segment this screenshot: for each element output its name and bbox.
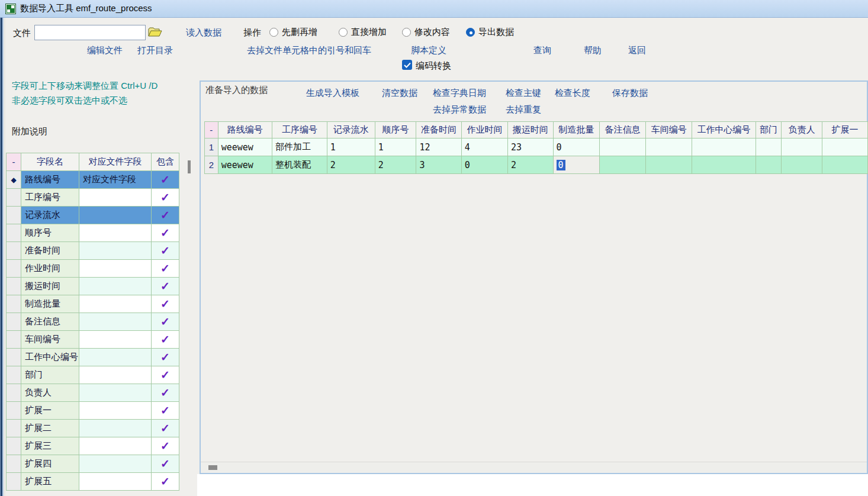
data-row[interactable]: 2 weewew 整机装配 2 2 3 0 2 0	[205, 156, 868, 174]
data-cell[interactable]: 0	[461, 156, 507, 174]
field-row[interactable]: 车间编号 ✓	[7, 331, 179, 349]
field-row[interactable]: 备注信息 ✓	[7, 313, 179, 331]
include-check-icon: ✓	[160, 191, 170, 204]
field-row[interactable]: 作业时间 ✓	[7, 260, 179, 278]
row-number-cell[interactable]: 1	[205, 139, 218, 156]
remove-abnormal-button[interactable]: 去掉异常数据	[433, 104, 486, 115]
data-cell[interactable]: 2	[508, 156, 553, 174]
include-check-icon: ✓	[160, 227, 170, 239]
current-row-marker-icon: ◆	[7, 171, 21, 189]
data-cell[interactable]: 1	[327, 139, 375, 156]
additional-note-label: 附加说明	[12, 126, 47, 137]
field-row[interactable]: 记录流水 ✓	[7, 207, 179, 224]
fields-table-header-row: - 字段名 对应文件字段 包含	[7, 153, 179, 171]
fields-header-name: 字段名	[21, 153, 79, 171]
include-check-icon: ✓	[160, 440, 170, 452]
read-data-button[interactable]: 读入数据	[186, 27, 221, 38]
import-table-hscrollbar[interactable]	[201, 462, 867, 472]
file-path-input[interactable]	[34, 25, 146, 40]
file-label: 文件	[13, 28, 31, 39]
field-row[interactable]: 工作中心编号 ✓	[7, 349, 179, 366]
remove-duplicate-button[interactable]: 去掉重复	[506, 104, 541, 115]
data-cell[interactable]	[646, 139, 692, 156]
strip-quotes-button[interactable]: 去掉文件单元格中的引号和回车	[247, 45, 371, 56]
encoding-checkbox[interactable]	[402, 60, 412, 70]
field-row[interactable]: 扩展二 ✓	[7, 420, 179, 437]
fields-table-scrollbar-thumb[interactable]	[188, 160, 191, 173]
data-cell[interactable]: 部件加工	[272, 139, 327, 156]
generate-template-button[interactable]: 生成导入模板	[306, 88, 359, 99]
include-check-icon: ✓	[160, 333, 170, 346]
hint-optional-fields: 非必选字段可双击选中或不选	[12, 95, 127, 107]
field-row[interactable]: 扩展三 ✓	[7, 437, 179, 455]
include-check-icon: ✓	[160, 298, 170, 310]
data-cell[interactable]: 2	[327, 156, 375, 174]
window-left-border	[0, 18, 5, 496]
data-cell[interactable]: 4	[461, 139, 507, 156]
radio-delete-then-add[interactable]: 先删再增	[269, 27, 317, 38]
data-cell[interactable]: 23	[508, 139, 553, 156]
data-cell[interactable]: 12	[416, 139, 461, 156]
data-cell[interactable]	[782, 139, 822, 156]
data-cell[interactable]	[756, 139, 782, 156]
include-check-icon: ✓	[160, 280, 170, 292]
data-cell[interactable]: weewew	[218, 139, 272, 156]
app-window: 数据导入工具 emf_route_process 文件 读入数据 操作 先删再增…	[0, 0, 868, 496]
edit-file-button[interactable]: 编辑文件	[87, 45, 123, 56]
clear-data-button[interactable]: 清空数据	[382, 88, 417, 99]
data-cell[interactable]: 0	[553, 139, 599, 156]
import-table-hscrollbar-thumb[interactable]	[208, 465, 217, 470]
data-cell[interactable]	[646, 156, 692, 174]
data-cell[interactable]	[756, 156, 782, 174]
field-row[interactable]: 搬运时间 ✓	[7, 278, 179, 295]
fields-table: - 字段名 对应文件字段 包含 ◆ 路线编号 对应文件字段 ✓ 工序编号 ✓ 记…	[6, 153, 179, 491]
back-button[interactable]: 返回	[628, 45, 646, 56]
hint-move-fields: 字段可上下移动来调整位置 Ctrl+U /D	[12, 80, 157, 92]
field-row[interactable]: 扩展一 ✓	[7, 402, 179, 420]
check-dict-date-button[interactable]: 检查字典日期	[433, 88, 486, 99]
save-data-button[interactable]: 保存数据	[612, 88, 648, 99]
radio-export-data[interactable]: 导出数据	[466, 27, 514, 38]
check-primary-key-button[interactable]: 检查主键	[506, 88, 541, 99]
data-cell[interactable]	[692, 139, 756, 156]
field-row[interactable]: 制造批量 ✓	[7, 295, 179, 313]
data-cell[interactable]	[599, 139, 645, 156]
data-cell[interactable]	[599, 156, 645, 174]
data-cell[interactable]: weewew	[218, 156, 272, 174]
import-table: - 路线编号 工序编号 记录流水 顺序号 准备时间 作业时间 搬运时间 制造批量…	[204, 121, 868, 174]
data-cell[interactable]: 2	[375, 156, 416, 174]
field-row[interactable]: ◆ 路线编号 对应文件字段 ✓	[7, 171, 179, 189]
field-row[interactable]: 工序编号 ✓	[7, 189, 179, 207]
field-row[interactable]: 部门 ✓	[7, 366, 179, 384]
radio-direct-add[interactable]: 直接增加	[339, 27, 387, 38]
fields-header-include: 包含	[152, 153, 179, 171]
selected-cell-text: 0	[557, 160, 565, 170]
script-define-button[interactable]: 脚本定义	[411, 45, 446, 56]
help-button[interactable]: 帮助	[584, 45, 602, 56]
open-directory-button[interactable]: 打开目录	[137, 45, 173, 56]
query-button[interactable]: 查询	[533, 45, 551, 56]
data-cell[interactable]: 整机装配	[272, 156, 327, 174]
include-check-icon: ✓	[160, 404, 170, 417]
open-folder-button[interactable]	[148, 26, 162, 40]
data-cell[interactable]	[822, 156, 868, 174]
data-cell[interactable]	[782, 156, 822, 174]
field-row[interactable]: 扩展四 ✓	[7, 455, 179, 473]
check-length-button[interactable]: 检查长度	[555, 88, 590, 99]
field-row[interactable]: 扩展五 ✓	[7, 473, 179, 491]
field-row[interactable]: 顺序号 ✓	[7, 224, 179, 242]
data-cell[interactable]	[692, 156, 756, 174]
row-number-cell[interactable]: 2	[205, 156, 218, 174]
radio-modify-content[interactable]: 修改内容	[402, 27, 450, 38]
data-cell[interactable]: 1	[375, 139, 416, 156]
data-cell[interactable]	[822, 139, 868, 156]
import-data-title: 准备导入的数据	[205, 85, 268, 96]
radio-unselected-icon	[269, 28, 278, 37]
editing-cell[interactable]: 0	[553, 156, 599, 174]
data-cell[interactable]: 3	[416, 156, 461, 174]
radio-selected-icon	[466, 28, 475, 37]
field-row[interactable]: 准备时间 ✓	[7, 242, 179, 260]
field-row[interactable]: 负责人 ✓	[7, 384, 179, 402]
data-row[interactable]: 1 weewew 部件加工 1 1 12 4 23 0	[205, 139, 868, 156]
window-titlebar: 数据导入工具 emf_route_process	[0, 0, 868, 18]
